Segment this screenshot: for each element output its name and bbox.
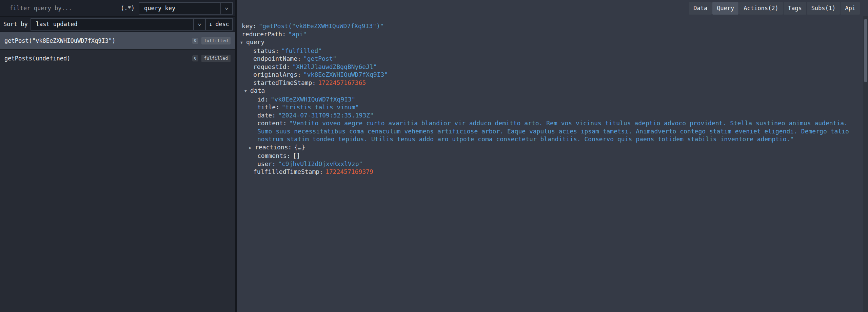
tree-key: date: <box>257 112 276 119</box>
sort-by-label: Sort by <box>3 21 28 27</box>
tree-row-reactions[interactable]: ▶reactions:{…} <box>242 143 853 152</box>
tree-key: originalArgs: <box>253 71 301 78</box>
tab-data[interactable]: Data <box>689 2 712 15</box>
chevron-down-icon: ⌄ <box>220 3 232 14</box>
sort-order-button[interactable]: ↓ desc <box>205 19 232 30</box>
tree-row-key: key:"getPost("vk8EeZXWHIQuWD7fXq9I3")" <box>242 22 853 30</box>
tree-row-user: user:"c9jhvUlI2dOjxvRxxlVzp" <box>242 160 853 168</box>
tree-value: {…} <box>294 144 305 151</box>
filter-input[interactable] <box>0 5 121 12</box>
tree-key: key: <box>242 22 256 30</box>
arrow-down-icon: ↓ <box>209 21 212 27</box>
tree-key: reducerPath: <box>242 31 286 38</box>
tab-bar: Data Query Actions(2) Tags Subs(1) Api <box>237 0 868 16</box>
status-badge: fulfilled <box>201 37 231 44</box>
tree-value: "tristis talis vinum" <box>282 104 359 111</box>
tree-key[interactable]: reactions: <box>255 144 292 151</box>
tree-row-comments: comments:[] <box>242 152 853 160</box>
filter-bar: (.*) query key ⌄ <box>0 0 235 17</box>
tree-row-title: title:"tristis talis vinum" <box>242 103 853 111</box>
expander-closed-icon[interactable]: ▶ <box>249 144 255 152</box>
tree-row-content: content:"Ventito voveo aegre curto avari… <box>242 119 853 143</box>
tree-key: fulfilledTimeStamp: <box>253 168 323 175</box>
tree-value: "Ventito voveo aegre curto avaritia blan… <box>257 120 849 143</box>
query-key-label: getPost("vk8EeZXWHIQuWD7fXq9I3") <box>4 37 116 44</box>
query-list-item-get-posts[interactable]: getPosts(undefined) Q fulfilled <box>0 50 235 67</box>
tab-tags[interactable]: Tags <box>784 2 806 15</box>
tree-value: "vk8EeZXWHIQuWD7fXq9I3" <box>271 96 355 103</box>
tree-value: 1722457169379 <box>326 168 373 175</box>
query-list-item-get-post[interactable]: getPost("vk8EeZXWHIQuWD7fXq9I3") Q fulfi… <box>0 32 235 50</box>
tree-value: "getPost" <box>303 55 337 62</box>
regex-toggle[interactable]: (.*) <box>121 5 135 12</box>
tree-key: title: <box>257 104 279 111</box>
sort-bar: Sort by last updated ⌄ ↓ desc <box>0 17 235 32</box>
filter-by-select[interactable]: query key ⌄ <box>139 2 233 15</box>
tree-key: content: <box>257 120 287 127</box>
badges: Q fulfilled <box>192 55 231 62</box>
tree-row-query[interactable]: ▼query <box>242 38 853 47</box>
sort-by-select-value: last updated <box>31 19 193 30</box>
tree-row-status: status:"fulfilled" <box>242 47 853 55</box>
tab-subs[interactable]: Subs(1) <box>807 2 840 15</box>
scrollbar[interactable] <box>863 16 868 312</box>
tab-actions[interactable]: Actions(2) <box>739 2 783 15</box>
chevron-down-glyph: ⌄ <box>197 19 201 27</box>
status-badge: fulfilled <box>201 55 231 62</box>
tree-key: user: <box>257 160 276 167</box>
tree-value: [] <box>293 152 300 159</box>
tree-key: status: <box>253 47 279 54</box>
tree-key[interactable]: data <box>250 87 265 94</box>
sort-controls: last updated ⌄ ↓ desc <box>31 18 233 31</box>
tree-row-endpoint-name: endpointName:"getPost" <box>242 55 853 63</box>
expander-open-icon[interactable]: ▼ <box>244 87 250 95</box>
tab-api[interactable]: Api <box>841 2 860 15</box>
tree-value: "api" <box>288 31 307 38</box>
chevron-down-glyph: ⌄ <box>224 3 229 11</box>
query-type-badge: Q <box>192 55 198 61</box>
tree-row-id: id:"vk8EeZXWHIQuWD7fXq9I3" <box>242 95 853 104</box>
sort-by-select[interactable]: last updated ⌄ <box>31 19 205 30</box>
tree-row-data[interactable]: ▼data <box>242 87 853 95</box>
query-list: getPost("vk8EeZXWHIQuWD7fXq9I3") Q fulfi… <box>0 32 235 312</box>
tree-key: endpointName: <box>253 55 301 62</box>
filter-by-select-value: query key <box>139 3 220 14</box>
tree-row-date: date:"2024-07-31T09:52:35.193Z" <box>242 111 853 120</box>
state-tree: key:"getPost("vk8EeZXWHIQuWD7fXq9I3")" r… <box>237 16 868 176</box>
tree-value: "XH2lJlauwdZBgqBNy6eJl" <box>292 63 377 70</box>
tree-key: requestId: <box>253 63 290 70</box>
tree-key: startedTimeStamp: <box>253 79 316 86</box>
tree-value: "vk8EeZXWHIQuWD7fXq9I3" <box>303 71 388 78</box>
tree-value: "getPost("vk8EeZXWHIQuWD7fXq9I3")" <box>259 22 383 30</box>
chevron-down-icon: ⌄ <box>193 19 205 30</box>
sort-order-label: desc <box>215 21 229 27</box>
tree-row-reducer-path: reducerPath:"api" <box>242 30 853 38</box>
expander-open-icon[interactable]: ▼ <box>240 39 246 47</box>
query-type-badge: Q <box>192 38 198 44</box>
badges: Q fulfilled <box>192 37 231 44</box>
query-key-label: getPosts(undefined) <box>4 55 70 62</box>
tree-row-started-time-stamp: startedTimeStamp:1722457167365 <box>242 79 853 87</box>
details-panel: Data Query Actions(2) Tags Subs(1) Api k… <box>237 0 868 312</box>
tree-row-fulfilled-time-stamp: fulfilledTimeStamp:1722457169379 <box>242 168 853 176</box>
tree-value: "c9jhvUlI2dOjxvRxxlVzp" <box>278 160 362 167</box>
tree-key[interactable]: query <box>246 38 264 45</box>
tab-query[interactable]: Query <box>712 2 738 15</box>
tree-value: "fulfilled" <box>281 47 322 54</box>
tree-key: comments: <box>257 152 291 159</box>
scrollbar-thumb[interactable] <box>864 19 867 82</box>
tree-key: id: <box>257 96 269 103</box>
tree-value: "2024-07-31T09:52:35.193Z" <box>278 112 374 119</box>
tree-value: 1722457167365 <box>318 79 366 86</box>
query-list-panel: (.*) query key ⌄ Sort by last updated ⌄ … <box>0 0 235 312</box>
tree-row-request-id: requestId:"XH2lJlauwdZBgqBNy6eJl" <box>242 63 853 71</box>
rtk-query-devtools: (.*) query key ⌄ Sort by last updated ⌄ … <box>0 0 868 312</box>
tree-row-original-args: originalArgs:"vk8EeZXWHIQuWD7fXq9I3" <box>242 71 853 79</box>
